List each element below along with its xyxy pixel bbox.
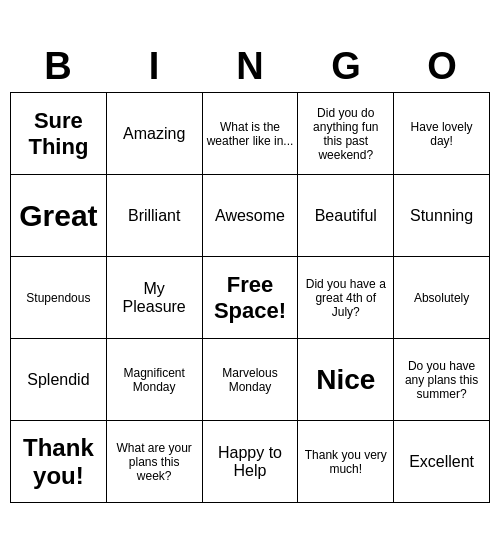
cell-r3-c3: Nice xyxy=(298,339,394,421)
cell-r4-c2: Happy to Help xyxy=(202,421,298,503)
cell-r1-c2: Awesome xyxy=(202,175,298,257)
cell-r4-c1: What are your plans this week? xyxy=(106,421,202,503)
cell-r0-c3: Did you do anything fun this past weeken… xyxy=(298,93,394,175)
cell-r0-c0: Sure Thing xyxy=(11,93,107,175)
cell-r0-c1: Amazing xyxy=(106,93,202,175)
cell-r2-c1: My Pleasure xyxy=(106,257,202,339)
cell-r0-c2: What is the weather like in... xyxy=(202,93,298,175)
cell-r1-c3: Beautiful xyxy=(298,175,394,257)
cell-r3-c0: Splendid xyxy=(11,339,107,421)
header-i: I xyxy=(106,41,202,92)
cell-r0-c4: Have lovely day! xyxy=(394,93,490,175)
cell-r1-c0: Great xyxy=(11,175,107,257)
header-n: N xyxy=(202,41,298,92)
header-g: G xyxy=(298,41,394,92)
cell-r2-c4: Absolutely xyxy=(394,257,490,339)
cell-r3-c1: Magnificent Monday xyxy=(106,339,202,421)
header-b: B xyxy=(10,41,106,92)
cell-r3-c4: Do you have any plans this summer? xyxy=(394,339,490,421)
bingo-grid: Sure ThingAmazingWhat is the weather lik… xyxy=(10,92,490,503)
cell-r4-c4: Excellent xyxy=(394,421,490,503)
cell-r1-c1: Brilliant xyxy=(106,175,202,257)
cell-r2-c2: Free Space! xyxy=(202,257,298,339)
cell-r2-c0: Stupendous xyxy=(11,257,107,339)
cell-r2-c3: Did you have a great 4th of July? xyxy=(298,257,394,339)
header-o: O xyxy=(394,41,490,92)
cell-r4-c0: Thank you! xyxy=(11,421,107,503)
cell-r3-c2: Marvelous Monday xyxy=(202,339,298,421)
cell-r1-c4: Stunning xyxy=(394,175,490,257)
bingo-header: B I N G O xyxy=(10,41,490,92)
cell-r4-c3: Thank you very much! xyxy=(298,421,394,503)
